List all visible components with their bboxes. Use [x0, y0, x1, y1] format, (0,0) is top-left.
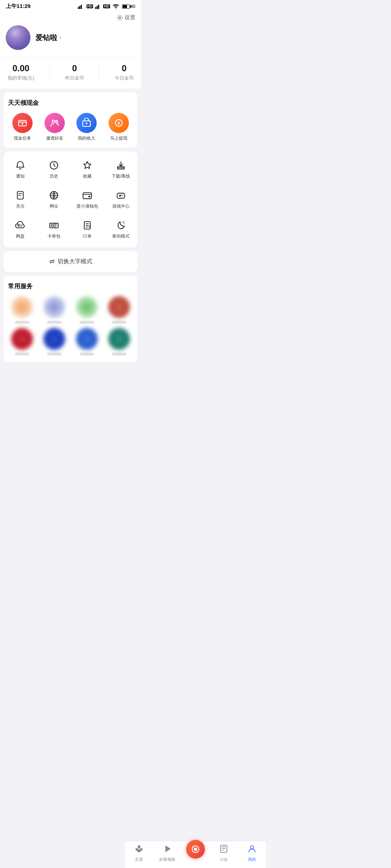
- service-item-1[interactable]: [8, 296, 36, 324]
- cash-task-icon: [12, 113, 33, 133]
- svg-point-12: [86, 123, 88, 124]
- menu-follow[interactable]: 关注: [4, 184, 37, 214]
- service-label-2: [47, 321, 62, 324]
- star-icon: [81, 159, 93, 171]
- stat-balance[interactable]: 0.00 我的零钱(元): [8, 63, 34, 81]
- battery-icon: 80: [122, 4, 135, 9]
- username-chevron: ›: [59, 34, 61, 41]
- balance-label: 我的零钱(元): [8, 75, 34, 81]
- cloud-icon: [14, 220, 26, 231]
- today-value: 0: [122, 63, 126, 73]
- menu-coupon[interactable]: 卡券包: [37, 214, 71, 244]
- service-label-1: [15, 321, 29, 324]
- invite-friends-label: 邀请好友: [46, 135, 63, 141]
- cash-task-item[interactable]: 现金任务: [8, 113, 37, 141]
- switch-mode-card[interactable]: ⇌ 切换大字模式: [4, 251, 138, 272]
- service-item-3[interactable]: [73, 296, 101, 324]
- menu-notification[interactable]: 通知: [4, 154, 37, 184]
- withdraw-label: 马上提现: [110, 135, 127, 141]
- username-row[interactable]: 爱钻啦 ›: [35, 33, 61, 43]
- cash-section-card: 天天领现金 现金任务 邀请好友: [4, 92, 138, 148]
- svg-point-22: [122, 195, 123, 196]
- svg-rect-0: [78, 7, 79, 9]
- services-card: 常用服务: [4, 276, 138, 362]
- stat-yesterday[interactable]: 0 昨日金币: [65, 63, 84, 81]
- download-icon: [115, 159, 127, 171]
- menu-follow-label: 关注: [16, 203, 25, 209]
- menu-night[interactable]: 夜间模式: [104, 214, 138, 244]
- service-item-8[interactable]: [105, 328, 134, 356]
- svg-rect-19: [83, 193, 92, 199]
- yesterday-label: 昨日金币: [65, 75, 84, 81]
- menu-history-label: 历史: [50, 173, 58, 179]
- hd-label: HD: [87, 4, 93, 8]
- hd2-label: HD: [103, 4, 110, 8]
- svg-point-6: [119, 17, 121, 18]
- invite-friends-icon: [45, 113, 65, 133]
- username: 爱钻啦: [35, 33, 57, 43]
- switch-mode-label: 切换大字模式: [58, 258, 92, 265]
- svg-point-9: [52, 120, 55, 123]
- my-income-item[interactable]: 我的收入: [72, 113, 101, 141]
- today-label: 今日金币: [115, 75, 134, 81]
- svg-rect-3: [95, 7, 96, 9]
- menu-favorite[interactable]: 收藏: [71, 154, 104, 184]
- svg-text:¥: ¥: [117, 120, 120, 126]
- cash-icons-grid: 现金任务 邀请好友 我的收入: [8, 113, 133, 141]
- menu-wallet[interactable]: 度小满钱包: [71, 184, 104, 214]
- stat-divider-2: [99, 66, 100, 79]
- signal2-icon: [95, 4, 102, 9]
- yesterday-value: 0: [72, 63, 77, 73]
- settings-button[interactable]: 设置: [6, 14, 135, 21]
- menu-game[interactable]: 游戏中心: [104, 184, 138, 214]
- svg-rect-2: [81, 5, 82, 9]
- settings-label: 设置: [125, 14, 135, 21]
- svg-rect-1: [79, 6, 80, 9]
- menu-order[interactable]: 订单: [71, 214, 104, 244]
- balance-value: 0.00: [13, 63, 30, 73]
- svg-point-29: [124, 223, 125, 224]
- svg-rect-5: [98, 5, 99, 9]
- menu-download[interactable]: 下载/离线: [104, 154, 138, 184]
- cash-section-title: 天天领现金: [8, 99, 133, 107]
- menu-cloud-label: 网盘: [16, 233, 25, 239]
- menu-url[interactable]: 网址: [37, 184, 71, 214]
- service-label-8: [112, 353, 126, 356]
- bookmark-icon: [14, 190, 26, 201]
- moon-icon: [115, 220, 127, 231]
- menu-coupon-label: 卡券包: [47, 233, 60, 239]
- service-label-5: [15, 353, 29, 356]
- svg-rect-20: [89, 196, 91, 197]
- menu-cloud[interactable]: 网盘: [4, 214, 37, 244]
- menu-night-label: 夜间模式: [112, 233, 130, 239]
- svg-point-26: [51, 225, 53, 227]
- menu-game-label: 游戏中心: [112, 203, 130, 209]
- service-item-4[interactable]: [105, 296, 134, 324]
- services-grid: [8, 296, 133, 356]
- menu-download-label: 下载/离线: [112, 173, 130, 179]
- menu-history[interactable]: 历史: [37, 154, 71, 184]
- service-label-7: [80, 353, 94, 356]
- status-time: 上午11:29: [6, 3, 30, 10]
- wifi-icon: [113, 4, 119, 9]
- profile-row: 爱钻啦 ›: [6, 25, 135, 50]
- invite-friends-item[interactable]: 邀请好友: [40, 113, 70, 141]
- switch-icon: ⇌: [49, 258, 55, 265]
- svg-point-23: [121, 195, 122, 195]
- service-item-2[interactable]: [41, 296, 69, 324]
- cash-task-label: 现金任务: [14, 135, 31, 141]
- svg-rect-4: [97, 6, 98, 9]
- service-item-7[interactable]: [73, 328, 101, 356]
- service-item-6[interactable]: [41, 328, 69, 356]
- clock-icon: [48, 159, 60, 171]
- service-item-5[interactable]: [8, 328, 36, 356]
- stat-divider-1: [50, 66, 50, 79]
- svg-point-30: [123, 221, 124, 222]
- stat-today[interactable]: 0 今日金币: [115, 63, 134, 81]
- avatar[interactable]: [6, 25, 30, 50]
- withdraw-item[interactable]: ¥ 马上提现: [104, 113, 134, 141]
- bell-icon: [14, 159, 26, 171]
- menu-url-label: 网址: [50, 203, 58, 209]
- menu-grid: 通知 历史 收藏: [4, 154, 138, 244]
- service-label-6: [47, 353, 62, 356]
